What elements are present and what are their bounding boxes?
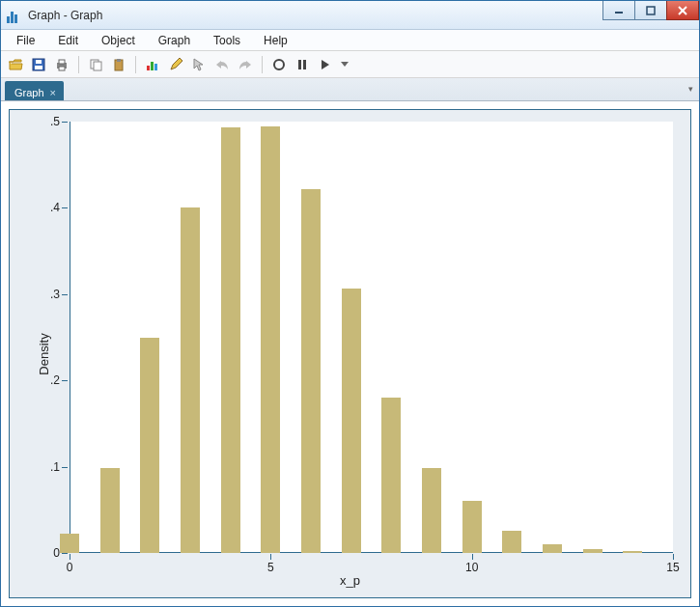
svg-rect-18: [298, 60, 301, 69]
y-tick: [62, 294, 68, 295]
y-axis-label: Density: [37, 333, 51, 374]
x-tick-label: 15: [666, 561, 679, 574]
open-icon[interactable]: [7, 56, 24, 73]
chart-bar: [100, 468, 120, 553]
svg-rect-1: [647, 7, 655, 14]
svg-rect-5: [35, 66, 42, 69]
close-button[interactable]: [666, 1, 699, 20]
y-tick-label: .2: [50, 373, 60, 387]
y-tick-label: .5: [50, 115, 60, 128]
separator-icon: [78, 56, 79, 73]
x-tick: [673, 554, 674, 560]
y-tick: [62, 122, 68, 123]
tab-overflow-icon[interactable]: ▾: [688, 84, 693, 94]
menu-help[interactable]: Help: [252, 32, 299, 49]
edit-icon[interactable]: [167, 56, 184, 73]
save-icon[interactable]: [30, 56, 47, 73]
chart-bar: [462, 501, 482, 553]
play-icon[interactable]: [317, 56, 334, 73]
pointer-icon[interactable]: [190, 56, 208, 73]
pause-icon[interactable]: [294, 56, 311, 73]
svg-rect-15: [151, 62, 154, 70]
svg-rect-9: [59, 67, 65, 70]
chart-bar: [221, 127, 240, 553]
toolbar: [1, 51, 699, 78]
chart-bar: [381, 398, 401, 553]
chart-bar: [60, 534, 79, 553]
minimize-button[interactable]: [602, 1, 635, 20]
svg-rect-16: [154, 64, 157, 70]
y-tick-label: .3: [50, 288, 60, 301]
x-tick-label: 5: [267, 561, 274, 574]
chart-bar: [502, 531, 521, 553]
y-tick-label: 0: [53, 546, 60, 560]
y-tick: [62, 380, 68, 381]
tab-close-icon[interactable]: ×: [50, 87, 56, 98]
plot-area: 0.1.2.3.4.5051015: [70, 122, 673, 553]
dropdown-icon[interactable]: [340, 56, 350, 73]
app-window: Graph - Graph File Edit Object Graph Too…: [0, 0, 700, 607]
chart-bar: [583, 549, 602, 553]
separator-icon: [262, 56, 263, 73]
window-title: Graph - Graph: [28, 9, 102, 22]
record-icon[interactable]: [270, 56, 288, 73]
app-chart-icon: [7, 8, 22, 23]
separator-icon: [135, 56, 136, 73]
y-tick-label: .1: [50, 460, 60, 474]
x-tick: [270, 554, 271, 560]
x-tick-label: 10: [465, 561, 478, 574]
chart-bar: [181, 207, 200, 553]
content-area: Density x_p 0.1.2.3.4.5051015: [1, 101, 699, 606]
chart-bar: [301, 189, 321, 553]
print-icon[interactable]: [53, 56, 70, 73]
chart-bar: [422, 468, 441, 553]
paste-icon[interactable]: [110, 56, 127, 73]
svg-rect-11: [94, 62, 101, 70]
chart-bar: [623, 551, 642, 553]
menu-file[interactable]: File: [5, 32, 46, 49]
tab-strip: Graph × ▾: [1, 78, 699, 101]
x-axis-label: x_p: [340, 573, 360, 588]
svg-rect-19: [303, 60, 306, 69]
x-tick-label: 0: [67, 561, 73, 574]
y-tick-label: .4: [50, 201, 60, 214]
titlebar[interactable]: Graph - Graph: [1, 1, 699, 30]
chart-bar: [543, 544, 562, 553]
maximize-button[interactable]: [634, 1, 667, 20]
copy-icon[interactable]: [87, 56, 104, 73]
y-tick: [62, 207, 68, 208]
chart-bar: [342, 289, 361, 553]
svg-rect-13: [117, 59, 121, 62]
x-tick: [472, 554, 473, 560]
window-controls: [603, 1, 699, 20]
svg-point-17: [274, 60, 284, 69]
y-axis-line: [70, 122, 70, 553]
x-tick: [70, 554, 70, 560]
undo-icon[interactable]: [213, 56, 231, 73]
svg-rect-14: [147, 66, 150, 70]
svg-rect-6: [36, 60, 42, 64]
chart-frame: Density x_p 0.1.2.3.4.5051015: [9, 109, 691, 598]
redo-icon[interactable]: [237, 56, 254, 73]
menu-tools[interactable]: Tools: [202, 32, 252, 49]
menu-graph[interactable]: Graph: [147, 32, 202, 49]
chart-bar: [261, 126, 280, 553]
svg-rect-8: [59, 60, 65, 64]
menu-edit[interactable]: Edit: [46, 32, 90, 49]
y-tick: [62, 467, 68, 468]
tab-graph[interactable]: Graph ×: [5, 81, 64, 100]
tab-label: Graph: [14, 87, 44, 98]
menu-object[interactable]: Object: [90, 32, 147, 49]
chart-icon[interactable]: [144, 56, 161, 73]
y-tick: [62, 553, 68, 554]
chart-bar: [140, 338, 159, 554]
menubar: File Edit Object Graph Tools Help: [1, 30, 699, 51]
